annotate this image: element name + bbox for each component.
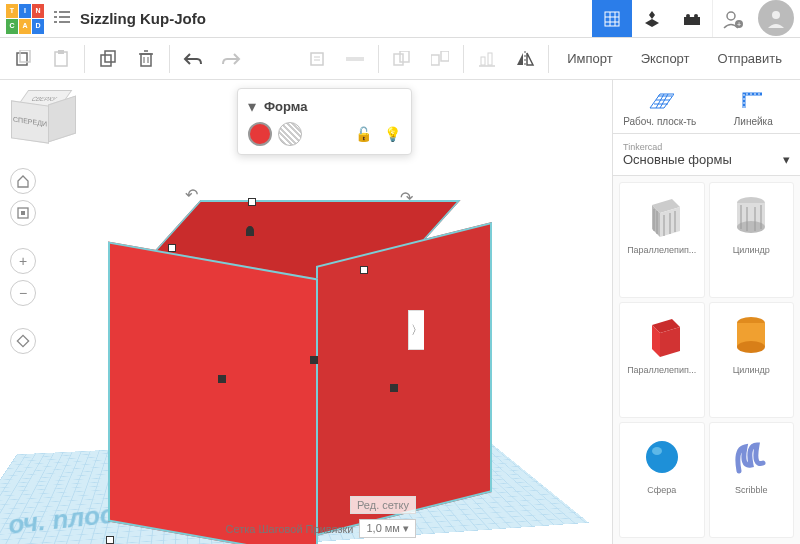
svg-rect-22: [101, 55, 111, 66]
ruler-tool-button[interactable]: Линейка: [707, 80, 801, 133]
hole-swatch[interactable]: [278, 122, 302, 146]
paste-button[interactable]: [44, 42, 78, 76]
viewcube-front[interactable]: СПЕРЕДИ: [11, 100, 49, 143]
delete-button[interactable]: [129, 42, 163, 76]
viewcube-right[interactable]: [48, 95, 76, 142]
tinkercad-logo[interactable]: TIN CAD: [6, 4, 44, 34]
shape-library-item[interactable]: Параллелепип...: [619, 302, 705, 418]
svg-point-14: [727, 12, 735, 20]
resize-handle[interactable]: [218, 375, 226, 383]
panel-toggle-button[interactable]: 〉: [408, 310, 424, 350]
shape-label: Параллелепип...: [624, 365, 700, 375]
snap-bar: Сетка Шаговой Привязки 1,0 мм ▾: [226, 519, 416, 538]
solid-color-swatch[interactable]: [248, 122, 272, 146]
shape-thumb-icon: [636, 309, 688, 361]
ortho-toggle-button[interactable]: [10, 328, 36, 354]
collapse-icon[interactable]: ▾: [248, 97, 256, 116]
shape-thumb-icon: [725, 309, 777, 361]
group-button[interactable]: [385, 42, 419, 76]
resize-handle[interactable]: [360, 266, 368, 274]
svg-rect-32: [346, 57, 364, 61]
inspector-title: Форма: [264, 99, 307, 114]
resize-handle[interactable]: [248, 198, 256, 206]
undo-button[interactable]: [176, 42, 210, 76]
main-area: оч. плоск-ть СВЕРХУ СПЕРЕДИ + − ↶ ↷: [0, 80, 800, 544]
svg-point-63: [737, 341, 765, 353]
visibility-button[interactable]: [338, 42, 372, 76]
snap-label: Сетка Шаговой Привязки: [226, 523, 354, 535]
lightbulb-icon[interactable]: 💡: [384, 126, 401, 142]
shape-thumb-icon: [725, 189, 777, 241]
svg-rect-2: [54, 16, 57, 18]
svg-rect-24: [141, 54, 151, 66]
svg-rect-19: [20, 50, 30, 62]
view-tools: + −: [10, 168, 36, 354]
workplane-tool-button[interactable]: Рабоч. плоск-ть: [613, 80, 707, 133]
resize-handle[interactable]: [390, 384, 398, 392]
shape-label: Цилиндр: [714, 245, 790, 255]
home-view-button[interactable]: [10, 168, 36, 194]
zoom-in-button[interactable]: +: [10, 248, 36, 274]
invite-user-button[interactable]: +: [712, 0, 752, 37]
shape-category-select[interactable]: Tinkercad Основные формы▾: [613, 134, 800, 176]
svg-point-64: [646, 441, 678, 473]
notes-button[interactable]: [300, 42, 334, 76]
ungroup-button[interactable]: [423, 42, 457, 76]
mode-bricks-button[interactable]: [672, 0, 712, 37]
svg-rect-42: [21, 211, 25, 215]
snap-value-select[interactable]: 1,0 мм ▾: [359, 519, 416, 538]
svg-rect-33: [394, 54, 403, 65]
shape-library-item[interactable]: Scribble: [709, 422, 795, 538]
shape-label: Цилиндр: [714, 365, 790, 375]
import-button[interactable]: Импорт: [553, 51, 626, 66]
resize-handle[interactable]: [168, 244, 176, 252]
export-button[interactable]: Экспорт: [627, 51, 704, 66]
resize-handle[interactable]: [310, 356, 318, 364]
svg-rect-29: [311, 53, 323, 65]
height-handle[interactable]: [246, 226, 254, 236]
zoom-out-button[interactable]: −: [10, 280, 36, 306]
redo-button[interactable]: [214, 42, 248, 76]
project-list-icon[interactable]: [54, 10, 70, 28]
header-right: +: [592, 0, 800, 37]
fit-view-button[interactable]: [10, 200, 36, 226]
chevron-down-icon: ▾: [783, 152, 790, 167]
svg-point-12: [686, 14, 690, 18]
shape-library-item[interactable]: Параллелепип...: [619, 182, 705, 298]
selected-shape-box[interactable]: [130, 200, 450, 540]
svg-rect-21: [58, 50, 64, 54]
shape-label: Scribble: [714, 485, 790, 495]
svg-rect-23: [105, 51, 115, 62]
shape-thumb-icon: [725, 429, 777, 481]
project-title[interactable]: Sizzling Kup-Jofo: [80, 10, 592, 27]
resize-handle[interactable]: [106, 536, 114, 544]
shape-library-item[interactable]: Цилиндр: [709, 182, 795, 298]
send-to-button[interactable]: Отправить: [704, 51, 796, 66]
svg-rect-35: [431, 55, 439, 65]
shape-thumb-icon: [636, 429, 688, 481]
lock-icon[interactable]: 🔓: [355, 126, 372, 142]
shape-library-item[interactable]: Сфера: [619, 422, 705, 538]
svg-point-65: [652, 447, 662, 455]
user-avatar[interactable]: [758, 0, 794, 36]
canvas[interactable]: оч. плоск-ть СВЕРХУ СПЕРЕДИ + − ↶ ↷: [0, 80, 612, 544]
mode-blocks-button[interactable]: [632, 0, 672, 37]
align-button[interactable]: [470, 42, 504, 76]
copy-button[interactable]: [6, 42, 40, 76]
svg-rect-18: [17, 53, 27, 65]
shape-library-item[interactable]: Цилиндр: [709, 302, 795, 418]
svg-text:+: +: [736, 21, 740, 28]
shape-library-grid: Параллелепип...ЦилиндрПараллелепип...Цил…: [613, 176, 800, 544]
svg-rect-0: [54, 11, 57, 13]
app-header: TIN CAD Sizzling Kup-Jofo +: [0, 0, 800, 38]
svg-rect-3: [59, 16, 70, 18]
edit-grid-link[interactable]: Ред. сетку: [350, 496, 416, 514]
svg-rect-11: [684, 17, 700, 25]
svg-rect-5: [59, 21, 70, 23]
svg-point-17: [772, 11, 780, 19]
duplicate-button[interactable]: [91, 42, 125, 76]
mode-3d-button[interactable]: [592, 0, 632, 37]
mirror-button[interactable]: [508, 42, 542, 76]
viewcube[interactable]: СВЕРХУ СПЕРЕДИ: [12, 90, 72, 148]
svg-rect-34: [400, 51, 409, 62]
